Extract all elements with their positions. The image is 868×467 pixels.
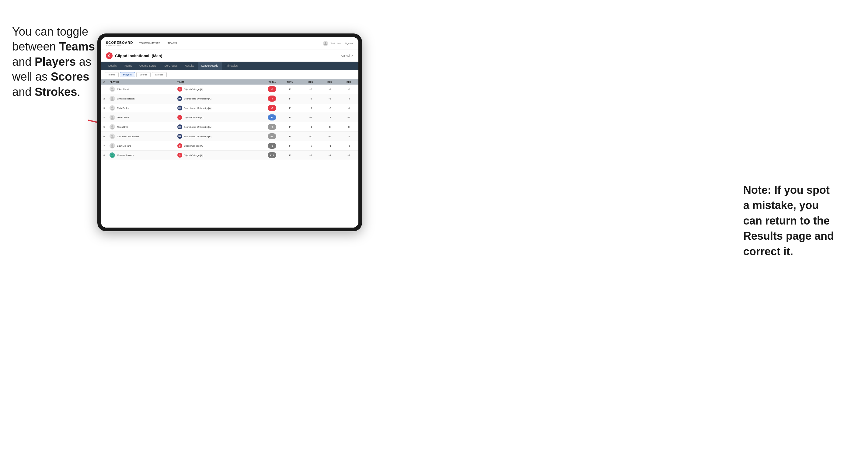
table-row: 5Rees BrittScoreboard University [A]+1F+… — [101, 122, 359, 132]
svg-point-14 — [111, 118, 114, 120]
tab-printables[interactable]: Printables — [222, 62, 241, 70]
total-cell: -4 — [252, 94, 279, 103]
team-name: Scoreboard University [A] — [184, 107, 212, 110]
team-cell: Scoreboard University [A] — [175, 103, 252, 113]
tab-course-setup[interactable]: Course Setup — [136, 62, 160, 70]
team-cell: Scoreboard University [A] — [175, 132, 252, 141]
rank-cell: 5 — [101, 122, 107, 132]
player-cell: David Ford — [107, 113, 175, 122]
nav-teams[interactable]: TEAMS — [166, 37, 178, 50]
team-logo: C — [177, 115, 182, 120]
team-name: Clippd College [A] — [184, 145, 203, 147]
rank-cell: 8 — [101, 151, 107, 160]
rd2-cell: -4 — [320, 113, 340, 122]
score-badge: E — [268, 115, 276, 121]
toggle-players[interactable]: Players — [120, 72, 135, 77]
thru-cell: F — [279, 141, 301, 151]
right-annotation: Note: If you spota mistake, youcan retur… — [743, 183, 859, 259]
nav-right: Test User | Sign out — [323, 41, 353, 46]
rd3-cell: E — [339, 122, 359, 132]
thru-cell: F — [279, 122, 301, 132]
thru-cell: F — [279, 85, 301, 94]
close-icon: ✕ — [351, 54, 353, 57]
player-avatar — [110, 86, 115, 92]
score-badge: +11 — [268, 152, 276, 158]
player-name: Marcus Turners — [117, 154, 134, 157]
team-cell: CClippd College [A] — [175, 113, 252, 122]
player-cell: Chris Robertson — [107, 94, 175, 103]
player-name: Blair McHarg — [117, 145, 131, 147]
rd2-cell: +5 — [320, 94, 340, 103]
svg-point-15 — [111, 125, 113, 127]
tablet-screen: SCOREBOARD Powered by clippd TOURNAMENTS… — [101, 37, 359, 227]
rd3-cell: +2 — [339, 151, 359, 160]
cancel-button[interactable]: Cancel ✕ — [341, 54, 353, 57]
user-avatar — [323, 41, 328, 46]
rd2-cell: +1 — [320, 141, 340, 151]
rd1-cell: +5 — [301, 132, 320, 141]
rank-cell: 3 — [101, 103, 107, 113]
total-cell: -2 — [252, 103, 279, 113]
table-header-row: # PLAYER TEAM TOTAL THRU RD1 RD2 RD3 — [101, 80, 359, 85]
tab-results[interactable]: Results — [181, 62, 198, 70]
player-avatar — [110, 105, 115, 111]
svg-point-1 — [324, 42, 326, 43]
team-cell: CClippd College [A] — [175, 85, 252, 94]
player-cell: Rees Britt — [107, 122, 175, 132]
toggle-scores[interactable]: Scores — [136, 72, 151, 77]
table-row: 3Rich ButlerScoreboard University [A]-2F… — [101, 103, 359, 113]
annotation-line5: well as — [12, 70, 48, 83]
rd1-cell: +1 — [301, 103, 320, 113]
svg-point-13 — [111, 116, 113, 118]
team-logo — [177, 134, 182, 139]
thru-cell: F — [279, 103, 301, 113]
tab-leaderboards[interactable]: Leaderboards — [198, 62, 222, 70]
rank-cell: 4 — [101, 113, 107, 122]
thru-cell: F — [279, 113, 301, 122]
rd3-cell: +6 — [339, 141, 359, 151]
team-cell: CClippd College [A] — [175, 141, 252, 151]
rank-cell: 6 — [101, 132, 107, 141]
sign-out-link[interactable]: Sign out — [345, 42, 353, 45]
nav-tournaments[interactable]: TOURNAMENTS — [138, 37, 161, 50]
team-cell: Scoreboard University [A] — [175, 122, 252, 132]
svg-point-25 — [111, 154, 113, 155]
top-nav: SCOREBOARD Powered by clippd TOURNAMENTS… — [101, 37, 359, 50]
toggle-strokes[interactable]: Strokes — [152, 72, 167, 77]
tournament-logo: C — [106, 52, 113, 59]
rd1-cell: +2 — [301, 141, 320, 151]
tournament-title: C Clippd Invitational (Men) — [106, 52, 162, 59]
tab-tee-groups[interactable]: Tee Groups — [160, 62, 181, 70]
table-row: 6Cameron RobertsonScoreboard University … — [101, 132, 359, 141]
rd3-cell: -5 — [339, 85, 359, 94]
player-avatar — [110, 115, 115, 120]
table-row: 8Marcus TurnersCClippd College [A]+11F+2… — [101, 151, 359, 160]
rd1-cell: +2 — [301, 151, 320, 160]
player-cell: Rich Butler — [107, 103, 175, 113]
annotation-line6: and — [12, 86, 31, 98]
table-row: 7Blair McHargCClippd College [A]+8F+2+1+… — [101, 141, 359, 151]
tab-details[interactable]: Details — [105, 62, 121, 70]
rd2-cell: +7 — [320, 151, 340, 160]
player-avatar — [110, 96, 115, 101]
score-badge: +1 — [268, 124, 276, 130]
sub-tabs: Details Teams Course Setup Tee Groups Re… — [101, 62, 359, 70]
total-cell: -8 — [252, 85, 279, 94]
player-cell: Cameron Robertson — [107, 132, 175, 141]
toggle-bar: Teams Players Scores Strokes — [101, 70, 359, 80]
annotation-line1: You can toggle — [12, 25, 88, 38]
table-row: 1Elliot EbertCClippd College [A]-8F+3-6-… — [101, 85, 359, 94]
svg-point-24 — [111, 146, 114, 148]
tab-teams[interactable]: Teams — [121, 62, 136, 70]
thru-cell: F — [279, 132, 301, 141]
svg-point-4 — [111, 90, 114, 91]
annotation-teams: Teams — [59, 40, 95, 53]
tournament-gender: (Men) — [152, 54, 162, 58]
rd1-cell: +3 — [301, 85, 320, 94]
score-badge: +8 — [268, 143, 276, 149]
toggle-teams[interactable]: Teams — [105, 72, 119, 77]
score-badge: -4 — [268, 96, 276, 102]
rd3-cell: +3 — [339, 113, 359, 122]
rd3-cell: -4 — [339, 94, 359, 103]
svg-point-26 — [111, 156, 114, 157]
